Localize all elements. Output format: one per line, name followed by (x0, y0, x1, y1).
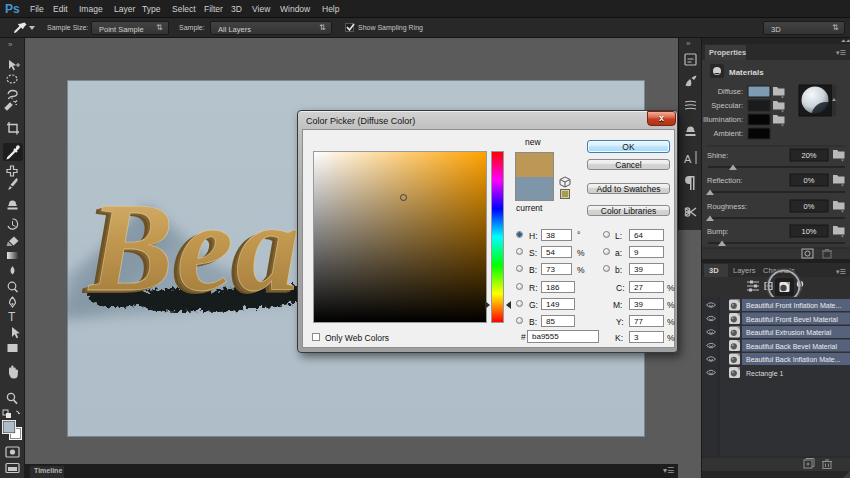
svg-text:Bea: Bea (87, 177, 303, 317)
svg-text:Ambient:: Ambient: (713, 129, 743, 138)
svg-text:Materials: Materials (729, 68, 764, 77)
svg-text:A: A (684, 153, 692, 165)
svg-text:Shine:: Shine: (707, 151, 728, 160)
svg-text:0%: 0% (804, 202, 815, 211)
svg-text:Bump:: Bump: (707, 227, 729, 236)
svg-text:Properties: Properties (709, 48, 746, 57)
svg-text:T: T (8, 310, 16, 324)
svg-text:Beautiful Back Bevel Material: Beautiful Back Bevel Material (746, 343, 837, 350)
svg-text:10%: 10% (801, 227, 816, 236)
svg-text:▾☰: ▾☰ (836, 49, 846, 56)
svg-text:Reflection:: Reflection: (707, 176, 742, 185)
svg-text:Specular:: Specular: (711, 101, 743, 110)
svg-text:3D: 3D (709, 266, 719, 275)
svg-text:Beautiful Extrusion Material: Beautiful Extrusion Material (746, 329, 832, 336)
svg-text:Roughness:: Roughness: (707, 202, 747, 211)
svg-text:Diffuse:: Diffuse: (718, 87, 743, 96)
svg-text:Beautiful Front Inflation Mate: Beautiful Front Inflation Mate... (746, 302, 841, 309)
svg-text:Beautiful Front Bevel Material: Beautiful Front Bevel Material (746, 316, 838, 323)
svg-text:20%: 20% (801, 151, 816, 160)
svg-text:»: » (8, 40, 13, 49)
svg-text:▾☰: ▾☰ (836, 268, 846, 275)
svg-text:0%: 0% (804, 176, 815, 185)
svg-text:Rectangle 1: Rectangle 1 (746, 370, 783, 378)
svg-text:Illumination:: Illumination: (703, 115, 743, 124)
svg-text:Layers: Layers (733, 266, 756, 275)
svg-text:Beautiful Back Inflation Mate.: Beautiful Back Inflation Mate... (746, 356, 841, 363)
svg-text:»: » (686, 39, 691, 48)
